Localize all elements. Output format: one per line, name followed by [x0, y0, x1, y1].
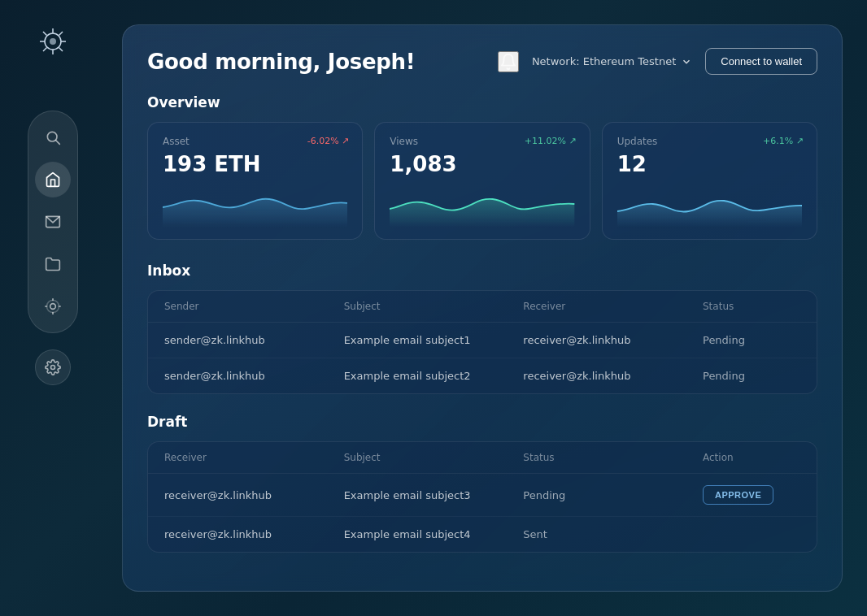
inbox-table: Sender Subject Receiver Status sender@zk…	[147, 290, 817, 394]
inbox-col-receiver: Receiver	[523, 301, 703, 312]
draft-row2-subject: Example email subject4	[344, 528, 524, 540]
bell-icon	[499, 53, 517, 71]
sidebar-item-settings[interactable]	[35, 349, 71, 385]
draft-row1-action-cell: APPROVE	[703, 485, 800, 505]
sidebar-item-home[interactable]	[35, 162, 71, 197]
folder-icon	[45, 256, 61, 272]
draft-header-row: Receiver Subject Status Action	[148, 442, 817, 474]
draft-table: Receiver Subject Status Action receiver@…	[147, 441, 817, 553]
svg-point-19	[51, 366, 55, 370]
stat-card-asset: Asset 193 ETH -6.02% ↗	[147, 122, 363, 240]
draft-row1-status: Pending	[523, 489, 703, 501]
search-icon	[45, 129, 61, 145]
stat-change-asset: -6.02% ↗	[307, 136, 350, 146]
svg-line-11	[56, 141, 60, 145]
svg-point-14	[47, 301, 59, 313]
app-logo-icon	[36, 24, 70, 59]
svg-line-8	[59, 32, 63, 36]
inbox-row1-sender: sender@zk.linkhub	[164, 334, 344, 346]
draft-row2-status: Sent	[523, 528, 703, 540]
home-icon	[45, 171, 61, 188]
inbox-col-subject: Subject	[344, 301, 524, 312]
stat-card-updates: Updates 12 +6.1% ↗	[602, 122, 817, 240]
overview-grid: Asset 193 ETH -6.02% ↗	[147, 122, 817, 240]
draft-col-receiver: Receiver	[164, 452, 344, 463]
stat-card-views: Views 1,083 +11.02% ↗	[374, 122, 590, 240]
inbox-col-sender: Sender	[164, 301, 344, 312]
sidebar-item-folder[interactable]	[35, 246, 71, 282]
stat-value-views: 1,083	[390, 152, 574, 176]
nav-pill	[28, 111, 78, 333]
svg-line-6	[43, 32, 47, 36]
sidebar	[0, 0, 106, 616]
overview-title: Overview	[147, 94, 817, 111]
inbox-title: Inbox	[147, 262, 817, 279]
connect-wallet-button[interactable]: Connect to wallet	[705, 48, 817, 75]
inbox-header-row: Sender Subject Receiver Status	[148, 291, 817, 323]
notification-bell-button[interactable]	[498, 51, 519, 72]
stat-change-updates: +6.1% ↗	[763, 136, 804, 146]
network-label: Network: Ethereum Testnet	[532, 55, 676, 67]
draft-row-2[interactable]: receiver@zk.linkhub Example email subjec…	[148, 517, 817, 552]
draft-col-action: Action	[703, 452, 800, 463]
approve-button-row1[interactable]: APPROVE	[703, 485, 773, 505]
page-header: Good morning, Joseph! Network: Ethereum …	[147, 48, 817, 75]
draft-row1-subject: Example email subject3	[344, 489, 524, 501]
header-actions: Network: Ethereum Testnet Connect to wal…	[498, 48, 817, 75]
draft-row2-receiver: receiver@zk.linkhub	[164, 528, 344, 540]
settings-icon	[45, 359, 61, 375]
svg-point-13	[50, 304, 56, 310]
sidebar-item-mail[interactable]	[35, 204, 71, 240]
activity-icon	[45, 298, 61, 315]
inbox-row1-receiver: receiver@zk.linkhub	[523, 334, 703, 346]
logo-area	[36, 24, 70, 62]
inbox-row2-status: Pending	[703, 370, 800, 382]
inbox-row-1[interactable]: sender@zk.linkhub Example email subject1…	[148, 323, 817, 358]
draft-col-status: Status	[523, 452, 703, 463]
network-selector[interactable]: Network: Ethereum Testnet	[532, 55, 692, 67]
mail-icon	[45, 214, 61, 230]
stat-value-updates: 12	[617, 152, 802, 176]
inbox-row2-receiver: receiver@zk.linkhub	[523, 370, 703, 382]
sidebar-item-search[interactable]	[35, 119, 71, 155]
chevron-down-icon	[681, 56, 692, 67]
inbox-row1-subject: Example email subject1	[344, 334, 524, 346]
inbox-row2-sender: sender@zk.linkhub	[164, 370, 344, 382]
inbox-row1-status: Pending	[703, 334, 800, 346]
stat-value-asset: 193 ETH	[163, 152, 347, 176]
stat-change-views: +11.02% ↗	[525, 136, 577, 146]
svg-point-1	[50, 38, 56, 45]
svg-line-7	[59, 48, 63, 52]
main-content: Good morning, Joseph! Network: Ethereum …	[106, 0, 867, 616]
draft-title: Draft	[147, 414, 817, 430]
chart-asset	[163, 183, 347, 228]
sidebar-item-activity[interactable]	[35, 288, 71, 324]
draft-row1-receiver: receiver@zk.linkhub	[164, 489, 344, 501]
page-greeting: Good morning, Joseph!	[147, 50, 415, 74]
chart-views	[390, 183, 574, 228]
inbox-row-2[interactable]: sender@zk.linkhub Example email subject2…	[148, 358, 817, 393]
svg-line-9	[43, 48, 47, 52]
draft-col-subject: Subject	[344, 452, 524, 463]
content-card: Good morning, Joseph! Network: Ethereum …	[122, 24, 843, 592]
inbox-row2-subject: Example email subject2	[344, 370, 524, 382]
draft-row-1[interactable]: receiver@zk.linkhub Example email subjec…	[148, 474, 817, 517]
inbox-col-status: Status	[703, 301, 800, 312]
chart-updates	[617, 183, 802, 228]
